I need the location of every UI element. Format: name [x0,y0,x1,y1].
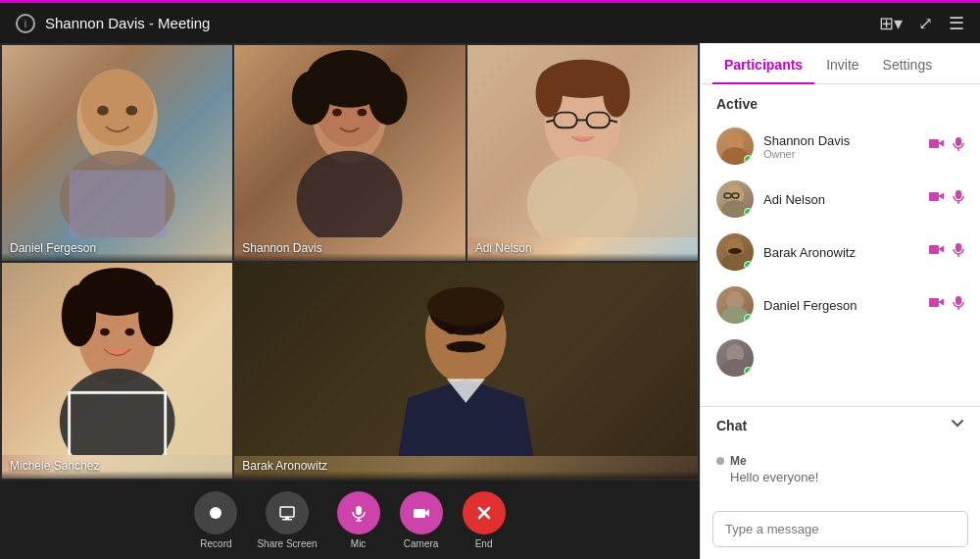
online-dot-daniel [744,314,753,323]
svg-point-40 [476,327,486,334]
control-bar: Record Share Screen Mic Camera [0,481,700,559]
video-icon-barak [929,243,945,262]
video-name-daniel: Daniel Fergeson [10,241,96,255]
svg-point-9 [292,71,330,125]
mic-button[interactable]: Mic [337,491,380,549]
avatar-adi [716,180,754,218]
svg-rect-5 [70,170,166,237]
svg-point-23 [603,70,629,118]
meeting-title: Shannon Davis - Meeting [45,15,210,31]
svg-rect-42 [280,507,294,517]
svg-rect-44 [282,519,292,521]
top-actions: ⊞▾ ⤢ ☰ [879,13,964,34]
svg-point-38 [447,341,485,353]
avatar-shannon [716,127,754,165]
video-icon-daniel [929,296,945,315]
svg-rect-67 [956,243,961,252]
chat-section: Chat Me Hello everyone! [701,406,980,559]
avatar-fifth [716,339,754,377]
participant-info-daniel: Daniel Fergeson [763,298,919,313]
svg-point-22 [535,70,562,118]
video-cell-adi: Adi Nelson [467,45,698,261]
mic-icon-daniel [953,296,964,315]
video-label-bar-adi: Adi Nelson [467,253,698,261]
mic-label: Mic [351,538,367,549]
svg-point-65 [728,248,742,254]
svg-rect-60 [929,192,939,201]
online-dot-shannon [744,155,753,164]
svg-point-12 [358,109,368,117]
sidebar-tabs: Participants Invite Settings [701,43,980,84]
participant-info-barak: Barak Aronowitz [763,245,919,260]
video-icon-shannon [929,137,945,156]
participant-row-barak: Barak Aronowitz [701,226,980,279]
share-screen-button[interactable]: Share Screen [257,491,317,549]
share-label: Share Screen [257,538,317,549]
more-icon[interactable]: ☰ [949,13,964,34]
tab-settings[interactable]: Settings [871,43,945,84]
participant-info-adi: Adi Nelson [763,192,919,207]
tab-participants[interactable]: Participants [712,43,814,84]
participant-row-adi: Adi Nelson [701,173,980,226]
video-cell-barak: Barak Aronowitz [234,263,698,479]
svg-point-2 [97,106,109,116]
mic-icon-shannon [953,137,964,156]
end-button[interactable]: End [463,491,506,549]
avatar-daniel [716,286,754,324]
chat-collapse-icon [951,417,964,434]
video-cell-shannon: Shannon Davis [234,45,465,261]
topbar: i Shannon Davis - Meeting ⊞▾ ⤢ ☰ [0,0,980,43]
participant-row-daniel: Daniel Fergeson [701,279,980,331]
svg-rect-45 [356,506,362,515]
mic-icon-adi [953,190,964,209]
video-label-bar-daniel: Daniel Fergeson [2,253,232,261]
end-btn-icon [463,491,506,534]
active-section-label: Active [701,84,980,120]
svg-point-3 [125,106,137,116]
online-dot-adi [744,208,753,217]
mic-icon-barak [953,243,964,262]
grid-icon[interactable]: ⊞▾ [879,13,903,34]
mic-btn-icon [337,491,380,534]
participant-name-barak: Barak Aronowitz [763,245,919,260]
svg-point-13 [297,151,403,237]
participant-row-shannon: Shannon Davis Owner [701,120,980,173]
participant-name-adi: Adi Nelson [763,192,919,207]
svg-point-11 [332,109,342,117]
video-name-shannon: Shannon Davis [242,241,321,255]
tab-invite[interactable]: Invite [814,43,870,84]
svg-point-39 [447,327,457,334]
svg-point-30 [100,329,110,336]
fullscreen-icon[interactable]: ⤢ [918,13,933,34]
participant-icons-adi [929,190,964,209]
svg-rect-48 [414,509,425,518]
video-area: Daniel Fergeson Shannon Davis [0,43,700,559]
video-label-bar-barak: Barak Aronowitz [234,471,698,479]
chat-messages: Me Hello everyone! [701,444,980,503]
chat-msg-text-0: Hello everyone! [716,470,964,484]
camera-button[interactable]: Camera [400,491,443,549]
svg-point-29 [138,285,172,347]
svg-point-1 [80,70,154,146]
svg-point-31 [125,329,135,336]
participants-section: Active Shannon Davis Owner [701,84,980,406]
participant-info-shannon: Shannon Davis Owner [763,133,919,160]
svg-rect-72 [956,296,961,305]
svg-point-10 [369,71,408,125]
record-button[interactable]: Record [194,491,237,549]
main-content: Daniel Fergeson Shannon Davis [0,43,980,559]
video-cell-daniel: Daniel Fergeson [2,45,232,261]
participant-name-daniel: Daniel Fergeson [763,298,919,313]
meeting-info-icon[interactable]: i [16,14,35,33]
video-grid: Daniel Fergeson Shannon Davis [0,43,700,481]
video-name-michele: Michele Sanchez [10,459,99,473]
video-cell-michele: Michele Sanchez [2,263,232,479]
participant-icons-shannon [929,137,964,156]
chat-input-area [701,503,980,559]
svg-point-41 [210,507,221,519]
chat-header[interactable]: Chat [701,407,980,444]
svg-rect-66 [929,245,939,254]
chat-input[interactable] [712,511,968,547]
participant-icons-daniel [929,296,964,315]
participant-role-shannon: Owner [763,148,919,160]
